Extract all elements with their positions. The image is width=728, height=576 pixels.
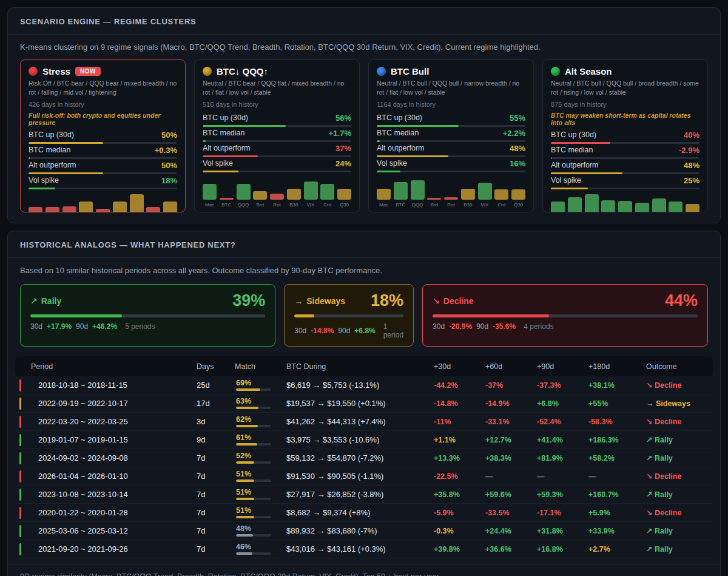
return-180d-cell: -58.3% (588, 418, 640, 426)
stat-label: BTC up (30d) (377, 114, 422, 122)
right-arrow-icon: → (294, 296, 303, 306)
match-percent: 52% (236, 452, 286, 460)
outcome-card-rally: ↗Rally 39% 30d +17.9% 90d +46.2% 5 perio… (20, 284, 275, 347)
table-row[interactable]: 2026-01-04 ~ 2026-01-10 7d 51% $91,530 →… (15, 467, 713, 486)
table-row[interactable]: 2021-09-20 ~ 2021-09-26 7d 46% $43,016 →… (15, 540, 713, 558)
days-cell: 7d (197, 490, 235, 499)
stat-row: Alt outperform48% (551, 159, 699, 174)
mini-bar (511, 189, 525, 200)
stat-value: -20.9% (449, 322, 472, 331)
outcome-name: Sideways (306, 296, 345, 306)
outcome-stats: 30d +17.9% 90d +46.2% 5 periods (30, 322, 265, 331)
match-percent: 51% (236, 507, 286, 515)
outcome-card-decline: ↘Decline 44% 30d -20.9% 90d -35.6% 4 per… (422, 284, 708, 347)
regime-signal-minichart: Mac BTC QQQ Brd Rot B30 VIX Crd Q30 (203, 177, 351, 208)
match-cell: 62% (235, 416, 286, 428)
outcome-progress-fill (294, 314, 314, 317)
mini-bar-column: Rot (444, 197, 458, 208)
match-bar-fill (236, 461, 254, 464)
regime-card-header: BTC↓ QQQ↑ (203, 66, 351, 76)
table-row[interactable]: 2019-01-07 ~ 2019-01-15 9d 61% $3,975 → … (15, 431, 713, 449)
table-row[interactable]: 2022-09-19 ~ 2022-10-17 17d 63% $19,537 … (15, 395, 713, 413)
regime-card-alt-season[interactable]: Alt Season Neutral / BTC bull / QQQ bull… (542, 59, 708, 212)
regime-days-count: 1164 days in history (377, 101, 525, 108)
mini-bar (163, 202, 177, 212)
match-bar-fill (236, 498, 254, 500)
period-cell: 2023-10-08 ~ 2023-10-14 (24, 490, 197, 499)
mini-bar (46, 207, 59, 212)
match-bar-track (236, 479, 271, 482)
scenario-engine-subtitle: K-means clustering on 9 regime signals (… (8, 35, 720, 52)
row-accent-bar (19, 398, 21, 410)
btc-during-cell: $19,537 → $19,550 (+0.1%) (286, 399, 434, 408)
analogs-table: Period Days Match BTC During +30d +60d +… (15, 356, 713, 558)
stat-row: Vol spike25% (551, 174, 699, 189)
historical-analogs-title: HISTORICAL ANALOGS — WHAT HAPPENED NEXT? (8, 231, 720, 258)
mini-bar-column: Q30 (163, 202, 177, 212)
outcome-cell: ↘ Decline (640, 381, 713, 390)
col-header-90d: +90d (537, 362, 588, 371)
return-30d-cell: -44.2% (434, 381, 485, 390)
regime-card-btc-bull[interactable]: BTC Bull Neutral / BTC bull / QQQ bull /… (368, 59, 534, 212)
regime-note: Full risk-off: both crypto and equities … (29, 112, 177, 126)
regime-card-header: Alt Season (551, 66, 699, 76)
return-30d-cell: +1.1% (434, 436, 485, 444)
table-row[interactable]: 2022-03-20 ~ 2022-03-25 3d 62% $41,262 →… (15, 413, 713, 431)
stat-progress-fill (203, 171, 238, 172)
row-accent-bar (19, 470, 21, 483)
outcome-probability: 44% (665, 293, 698, 309)
return-30d-cell: -0.3% (434, 527, 485, 535)
col-header-days: Days (197, 362, 235, 371)
return-180d-cell: — (588, 472, 640, 481)
btc-during-cell: $8,682 → $9,374 (+8%) (286, 508, 434, 517)
mini-bar (220, 198, 234, 200)
mini-bar (601, 200, 615, 212)
regime-card-stress[interactable]: Stress NOW Risk-Off / BTC bear / QQQ bea… (20, 59, 186, 212)
stat-value: +1.7% (329, 129, 351, 138)
row-accent-bar (19, 543, 21, 555)
mini-bar (494, 189, 508, 200)
stat-value: +17.9% (47, 322, 72, 331)
outcome-stats: 30d -14.8% 90d +6.8% 1 period (294, 322, 403, 339)
return-60d-cell: +59.6% (485, 490, 537, 499)
days-cell: 7d (197, 526, 235, 535)
mini-bar (337, 189, 351, 200)
outcome-progress-track (294, 314, 403, 317)
return-60d-cell: +38.3% (485, 454, 537, 462)
match-bar-fill (236, 552, 252, 555)
outcome-progress-track (433, 314, 698, 317)
match-percent: 48% (236, 525, 286, 533)
stat-row: Alt outperform37% (203, 142, 351, 157)
table-row[interactable]: 2018-10-18 ~ 2018-11-15 25d 69% $6,619 →… (15, 376, 713, 395)
mini-bar (270, 194, 284, 200)
regime-card-title: BTC Bull (391, 66, 429, 76)
mini-bar (635, 203, 649, 212)
stat-row: BTC median+2.2% (377, 127, 525, 142)
stat-value: 25% (684, 176, 699, 185)
period-cell: 2019-01-07 ~ 2019-01-15 (24, 435, 197, 444)
table-row[interactable]: 2024-09-02 ~ 2024-09-08 7d 52% $59,132 →… (15, 449, 713, 467)
table-row[interactable]: 2023-10-08 ~ 2023-10-14 7d 51% $27,917 →… (15, 486, 713, 504)
regime-days-count: 426 days in history (29, 101, 177, 108)
return-30d-cell: +13.3% (434, 454, 485, 462)
return-90d-cell: — (537, 472, 588, 481)
mini-bar (29, 207, 42, 212)
mini-bar-label: Q30 (340, 202, 349, 208)
return-180d-cell: +38.1% (588, 381, 640, 390)
days-cell: 25d (197, 381, 235, 390)
table-row[interactable]: 2025-03-06 ~ 2025-03-12 7d 48% $89,932 →… (15, 522, 713, 540)
return-60d-cell: -37% (485, 381, 537, 390)
col-header-btc-during: BTC During (286, 362, 434, 371)
regime-card-title: Alt Season (565, 66, 612, 76)
mini-bar-column: B30 (635, 203, 649, 212)
period-cell: 2026-01-04 ~ 2026-01-10 (24, 472, 197, 481)
mini-bar (478, 183, 492, 200)
regime-card-btc-down-qqq-up[interactable]: BTC↓ QQQ↑ Neutral / BTC bear / QQQ flat … (194, 59, 360, 212)
periods-count: 1 period (383, 322, 403, 339)
table-row[interactable]: 2020-01-22 ~ 2020-01-28 7d 51% $8,682 → … (15, 504, 713, 522)
mini-bar (568, 197, 582, 212)
row-accent-bar (19, 434, 21, 446)
mini-bar-column: B30 (287, 189, 301, 208)
down-right-arrow-icon: ↘ (433, 296, 440, 306)
return-180d-cell: +2.7% (588, 545, 640, 554)
